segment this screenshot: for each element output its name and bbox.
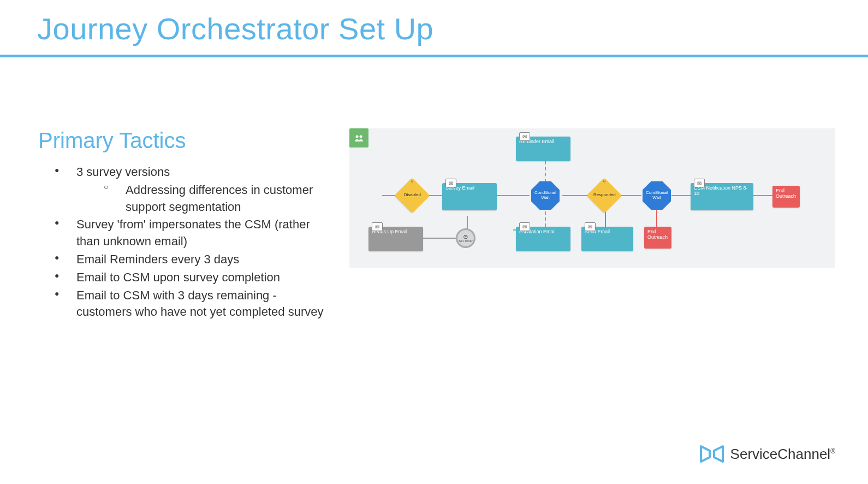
list-item-text: 3 survey versions [76,165,170,179]
list-item: Email Reminders every 3 days [55,251,328,268]
node-label: Set Timer [459,239,473,243]
footer-logo: ServiceChannel® [699,443,835,465]
svg-point-1 [359,135,362,138]
connector [497,195,530,196]
brand-name: ServiceChannel [730,446,831,462]
node-conditional-wait-1: Conditional Wait [531,181,560,210]
connector [620,195,641,196]
connector [671,195,693,196]
svg-point-0 [355,135,358,138]
logo-icon [699,443,725,465]
section-heading: Primary Tactics [38,128,328,153]
node-label: End Outreach [776,188,796,199]
node-set-timer: ◷ Set Timer [456,228,475,248]
node-label: Responded [588,192,621,197]
connector [562,195,590,196]
list-item: Email to CSM with 3 days remaining - cus… [55,287,328,321]
logo-text: ServiceChannel® [730,446,835,463]
connector [656,210,657,227]
workflow-diagram: Disabled ⑂ Survey Email ✉ Heads Up Email… [349,128,835,268]
mail-icon: ✉ [585,222,596,231]
node-label: Conditional Wait [643,191,671,200]
node-start [349,128,368,147]
mail-icon: ✉ [445,179,456,187]
connector [605,210,606,227]
list-item: Survey 'from' impersonates the CSM (rath… [55,216,328,250]
logo-mark [699,443,725,465]
node-label: Conditional Wait [531,191,560,200]
node-label: End Outreach [647,229,668,240]
registered-mark: ® [830,447,835,455]
mail-icon: ✉ [372,222,383,231]
slide-title: Journey Orchestrator Set Up [0,0,868,55]
connector [753,195,775,196]
node-label: Disabled [396,192,429,197]
connector [423,238,456,239]
list-item: 3 survey versions Addressing differences… [55,164,328,215]
node-end-outreach-1: End Outreach [644,227,671,249]
branch-icon: ⑂ [601,178,608,185]
node-end-outreach-2: End Outreach [772,186,800,208]
mail-icon: ✉ [694,179,705,187]
tactic-list: 3 survey versions Addressing differences… [38,164,328,321]
people-icon [354,134,364,142]
list-item: Email to CSM upon survey completion [55,269,328,286]
mail-icon: ✉ [519,222,530,231]
content-area: Primary Tactics 3 survey versions Addres… [0,57,868,322]
sub-list: Addressing differences in customer suppo… [76,182,328,216]
left-column: Primary Tactics 3 survey versions Addres… [38,128,328,322]
node-conditional-wait-2: Conditional Wait [643,181,671,210]
sub-list-item: Addressing differences in customer suppo… [104,182,328,216]
mail-icon: ✉ [519,132,530,141]
branch-icon: ⑂ [408,178,416,185]
